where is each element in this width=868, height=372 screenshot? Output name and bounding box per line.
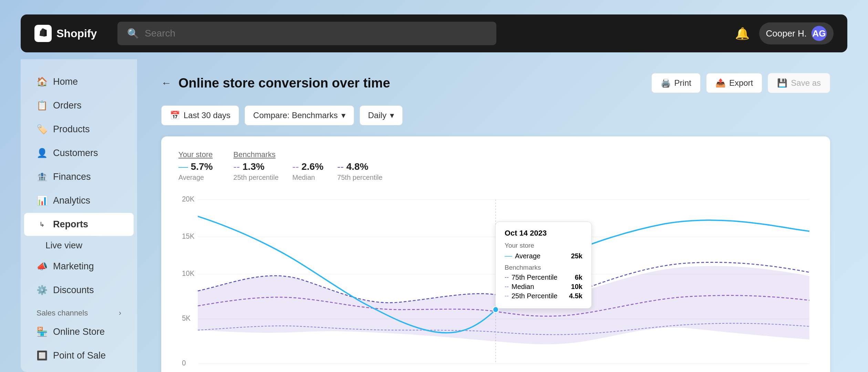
- sidebar-item-finances[interactable]: 🏦 Finances: [24, 165, 134, 188]
- marketing-icon: 📣: [37, 261, 47, 272]
- sidebar-item-analytics[interactable]: 📊 Analytics: [24, 189, 134, 212]
- sidebar-item-shop[interactable]: 🔷 Shop: [24, 368, 134, 372]
- your-store-metrics: — 5.7% Average: [178, 161, 213, 182]
- sidebar-label-finances: Finances: [53, 172, 91, 182]
- tooltip-date: Oct 14 2023: [505, 229, 582, 238]
- sidebar-label-reports: Reports: [53, 219, 88, 230]
- tooltip-your-store-section: Your store: [505, 242, 582, 249]
- svg-text:20K: 20K: [182, 195, 194, 203]
- tooltip-avg-label: — Average: [505, 251, 540, 260]
- sidebar-label-liveview: Live view: [45, 240, 82, 250]
- interval-filter[interactable]: Daily ▾: [360, 105, 403, 125]
- tooltip-median-value: 10k: [571, 283, 582, 291]
- chart-tooltip: Oct 14 2023 Your store — Average 25k Ben…: [495, 221, 592, 309]
- nav-right: 🔔 Cooper H. AG: [735, 22, 834, 44]
- tooltip-p75-value: 6k: [575, 273, 582, 281]
- sidebar-item-home[interactable]: 🏠 Home: [24, 70, 134, 93]
- your-store-group: Your store — 5.7% Average: [178, 150, 213, 182]
- p25-metric: -- 1.3% 25th percentile: [234, 161, 279, 182]
- sidebar-item-products[interactable]: 🏷️ Products: [24, 118, 134, 141]
- sidebar-label-marketing: Marketing: [53, 261, 94, 272]
- avg-value: — 5.7%: [178, 161, 213, 172]
- calendar-icon: 📅: [170, 111, 180, 120]
- print-icon: 🖨️: [661, 78, 671, 88]
- print-button[interactable]: 🖨️ Print: [651, 73, 701, 93]
- search-input[interactable]: [145, 28, 487, 39]
- sidebar-item-online-store[interactable]: 🏪 Online Store: [24, 320, 134, 343]
- back-button[interactable]: ←: [161, 77, 172, 89]
- p75-metric: -- 4.8% 75th percentile: [337, 161, 382, 182]
- orders-icon: 📋: [37, 100, 47, 111]
- pos-icon: 🔲: [37, 350, 47, 361]
- sidebar-label-home: Home: [53, 76, 78, 87]
- svg-text:0: 0: [182, 359, 186, 367]
- discounts-icon: ⚙️: [37, 285, 47, 296]
- user-avatar: AG: [812, 26, 827, 41]
- sidebar-label-analytics: Analytics: [53, 195, 90, 206]
- legend-row: Your store — 5.7% Average Benchmarks: [178, 150, 813, 182]
- products-icon: 🏷️: [37, 124, 47, 135]
- topnav: Shopify 🔍 🔔 Cooper H. AG: [21, 14, 847, 52]
- compare-filter[interactable]: Compare: Benchmarks ▾: [245, 105, 354, 125]
- svg-text:10K: 10K: [182, 269, 194, 278]
- sales-channels-expand-icon: ›: [119, 309, 121, 318]
- sidebar-item-reports[interactable]: ↳ Reports: [24, 213, 134, 236]
- sidebar-label-products: Products: [53, 124, 90, 135]
- analytics-icon: 📊: [37, 195, 47, 206]
- report-title: Online store conversion over time: [178, 76, 390, 91]
- chart-area: 20K 15K 10K 5K 0: [178, 194, 813, 372]
- online-store-icon: 🏪: [37, 327, 47, 337]
- shopify-logo-icon: [34, 25, 52, 42]
- p75-value: -- 4.8%: [337, 161, 382, 172]
- tooltip-benchmarks-section: Benchmarks: [505, 264, 582, 271]
- notification-bell[interactable]: 🔔: [735, 27, 750, 40]
- sidebar-item-marketing[interactable]: 📣 Marketing: [24, 255, 134, 278]
- median-value: -- 2.6%: [292, 161, 323, 172]
- user-pill[interactable]: Cooper H. AG: [759, 22, 834, 44]
- filter-row: 📅 Last 30 days Compare: Benchmarks ▾ Dai…: [161, 105, 830, 125]
- sidebar-item-liveview[interactable]: Live view: [21, 237, 137, 254]
- tooltip-median-row: -- Median 10k: [505, 283, 582, 291]
- sidebar-item-orders[interactable]: 📋 Orders: [24, 94, 134, 117]
- median-metric: -- 2.6% Median: [292, 161, 323, 182]
- sidebar-label-customers: Customers: [53, 148, 98, 158]
- tooltip-p25-row: -- 25th Percentile 4.5k: [505, 292, 582, 300]
- tooltip-p75-row: -- 75th Percentile 6k: [505, 273, 582, 281]
- sales-channels-label: Sales channels ›: [21, 302, 137, 320]
- search-icon: 🔍: [127, 28, 139, 39]
- report-title-row: ← Online store conversion over time: [161, 76, 390, 91]
- export-icon: 📤: [715, 78, 726, 88]
- benchmarks-group: Benchmarks -- 1.3% 25th percentile -- 2.…: [234, 150, 383, 182]
- saveas-button[interactable]: 💾 Save as: [768, 73, 830, 93]
- app-name: Shopify: [56, 27, 97, 40]
- sidebar-label-pos: Point of Sale: [53, 350, 106, 361]
- date-range-filter[interactable]: 📅 Last 30 days: [161, 105, 239, 125]
- sidebar-item-discounts[interactable]: ⚙️ Discounts: [24, 279, 134, 302]
- finances-icon: 🏦: [37, 172, 47, 182]
- tooltip-avg-row: — Average 25k: [505, 251, 582, 260]
- interval-chevron-icon: ▾: [390, 111, 394, 120]
- sidebar-item-pos[interactable]: 🔲 Point of Sale: [24, 344, 134, 367]
- tooltip-avg-value: 25k: [571, 252, 582, 260]
- p25-value: -- 1.3%: [234, 161, 279, 172]
- tooltip-p75-label: -- 75th Percentile: [505, 273, 557, 281]
- customers-icon: 👤: [37, 148, 47, 158]
- export-button[interactable]: 📤 Export: [706, 73, 762, 93]
- search-bar[interactable]: 🔍: [117, 22, 496, 45]
- tooltip-p25-label: -- 25th Percentile: [505, 292, 557, 300]
- main-content: ← Online store conversion over time 🖨️ P…: [144, 59, 847, 372]
- header-actions: 🖨️ Print 📤 Export 💾 Save as: [651, 73, 830, 93]
- sidebar-label-online-store: Online Store: [53, 327, 105, 337]
- your-store-label: Your store: [178, 150, 213, 159]
- tooltip-median-label: -- Median: [505, 283, 534, 291]
- svg-text:15K: 15K: [182, 232, 194, 240]
- benchmarks-label: Benchmarks: [234, 150, 383, 159]
- sidebar-label-orders: Orders: [53, 100, 82, 111]
- saveas-icon: 💾: [777, 78, 787, 88]
- sidebar-item-customers[interactable]: 👤 Customers: [24, 142, 134, 165]
- benchmarks-metrics: -- 1.3% 25th percentile -- 2.6% Median: [234, 161, 383, 182]
- user-name: Cooper H.: [766, 28, 807, 39]
- reports-icon: ↳: [37, 221, 47, 228]
- chart-card: Your store — 5.7% Average Benchmarks: [161, 136, 830, 372]
- compare-chevron-icon: ▾: [341, 111, 345, 120]
